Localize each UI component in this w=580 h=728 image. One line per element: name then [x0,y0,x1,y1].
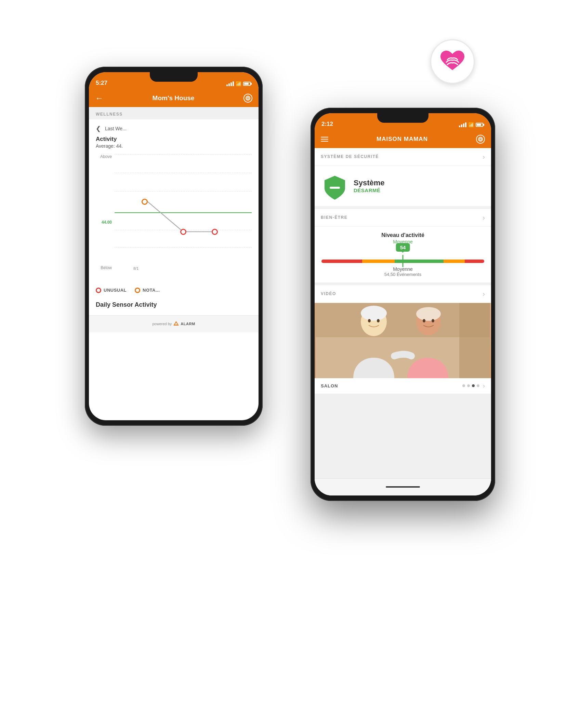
svg-rect-5 [459,303,490,378]
gauge-labels: Moyenne 54,50 Événements [321,266,484,277]
chart-x-labels: 8/1 [133,266,252,270]
video-chevron: › [483,290,485,298]
shield-icon [323,174,347,198]
gauge-value: 54 [396,243,410,252]
wellness-chevron: › [483,214,485,222]
front-signal-icon [459,122,466,127]
video-dot-4 [477,384,479,387]
home-indicator [386,486,420,488]
front-scroll-content[interactable]: SYSTÈME DE SÉCURITÉ › [315,148,491,478]
phone-back-header-title: Mom's House [153,94,195,102]
security-chevron: › [483,153,485,161]
chart-lines-svg [115,154,252,270]
phone-front-status-icons: 📶 [459,122,484,128]
data-point-1 [142,199,148,205]
svg-point-10 [368,319,371,322]
chart-label-below: Below [96,265,115,270]
footer-brand-name: ALARM [181,322,195,326]
phone-back-shell: 5:27 📶 [85,67,263,426]
video-room-label: SALON [321,383,338,388]
wifi-icon: 📶 [236,81,241,87]
gauge-bar [321,260,484,263]
video-content-illustration [315,303,491,378]
phone-back-time: 5:27 [96,80,107,87]
front-target-icon[interactable] [476,135,485,144]
front-battery-icon [476,123,484,127]
chart-area: ❮ Last We... Activity Average: 44. Above [89,119,259,315]
data-point-2 [180,229,186,235]
video-label: VIDÉO [321,291,336,296]
legend-unusual-label: UNUSUAL [104,288,127,293]
svg-rect-2 [330,187,340,189]
video-dots: › [462,382,485,389]
video-section-header[interactable]: VIDÉO › [315,285,491,303]
chart-avg: Average: 44. [96,143,252,149]
phone-front-header-title: MAISON MAMAN [377,136,428,143]
phone-back-status-icons: 📶 [226,81,252,87]
phone-front-time: 2:12 [321,121,333,128]
back-arrow-icon[interactable]: ← [95,93,103,103]
gauge-main-label: Moyenne [393,266,413,272]
battery-icon [243,82,252,86]
security-section-header[interactable]: SYSTÈME DE SÉCURITÉ › [315,148,491,166]
legend-notable-dot [135,288,140,293]
security-section: SYSTÈME DE SÉCURITÉ › [315,148,491,206]
activity-chart: Above 44.00 Below [96,154,252,284]
data-point-3 [212,229,218,235]
svg-point-1 [176,324,176,325]
scene: 5:27 📶 [85,39,495,689]
chart-label-above: Above [96,154,115,159]
system-info: Système DÉSARMÉ [354,178,385,193]
phone-front-footer [315,478,491,495]
powered-by-text: powered by [152,322,172,326]
video-thumbnail[interactable] [315,303,491,378]
target-icon[interactable] [243,94,252,103]
signal-icon [226,81,234,86]
legend-unusual-dot [96,288,101,293]
svg-point-11 [377,319,380,322]
wellness-section: BIEN-ÊTRE › Niveau d'activité Moyenne 54 [315,209,491,282]
video-nav-chevron[interactable]: › [483,382,485,389]
legend-area: UNUSUAL NOTA... [96,284,252,296]
system-status: DÉSARMÉ [354,187,385,193]
video-dot-3 [472,384,475,387]
video-bottom-bar: SALON › [315,378,491,394]
video-dot-1 [462,384,465,387]
chart-y-labels: Above 44.00 Below [96,154,115,270]
chart-plot: 8/1 [115,154,252,270]
video-section: VIDÉO › [315,285,491,394]
chart-title: Activity [96,136,252,143]
gauge-wrap: 54 [321,249,484,263]
legend-unusual: UNUSUAL [96,288,127,293]
alarm-logo-icon [173,321,179,327]
phone-front-screen: 2:12 📶 [315,113,491,495]
wellness-content: Niveau d'activité Moyenne 54 Moyenne [315,227,491,282]
footer-powered: powered by ALARM [152,321,195,327]
security-content: Système DÉSARMÉ [315,166,491,206]
phone-front: 2:12 📶 [311,108,495,501]
logo-badge [430,39,475,84]
phone-front-header: MAISON MAMAN [315,130,491,148]
svg-point-7 [361,306,387,321]
phone-back-screen: 5:27 📶 [89,72,259,420]
security-label: SYSTÈME DE SÉCURITÉ [321,154,379,159]
svg-point-12 [423,319,425,322]
wellness-section-header[interactable]: BIEN-ÊTRE › [315,209,491,227]
gauge-indicator [403,255,404,267]
legend-notable-label: NOTA... [143,288,160,293]
chart-label-value: 44.00 [96,220,115,225]
gauge-events: 54,50 Événements [384,272,421,277]
chart-back-icon[interactable]: ❮ [96,125,101,132]
phone-back-footer: powered by ALARM [89,315,259,332]
chart-nav: ❮ Last We... [96,125,252,132]
hamburger-menu-icon[interactable] [321,137,328,142]
front-wifi-icon: 📶 [468,122,474,128]
legend-notable: NOTA... [135,288,160,293]
video-dot-2 [467,384,470,387]
phone-front-notch [377,113,429,123]
wellness-section-label: BIEN-ÊTRE [321,215,347,220]
wellness-label: WELLNESS [89,107,259,119]
daily-sensor-title: Daily Sensor Activity [96,296,252,310]
phone-back: 5:27 📶 [85,67,263,426]
system-title: Système [354,178,385,187]
